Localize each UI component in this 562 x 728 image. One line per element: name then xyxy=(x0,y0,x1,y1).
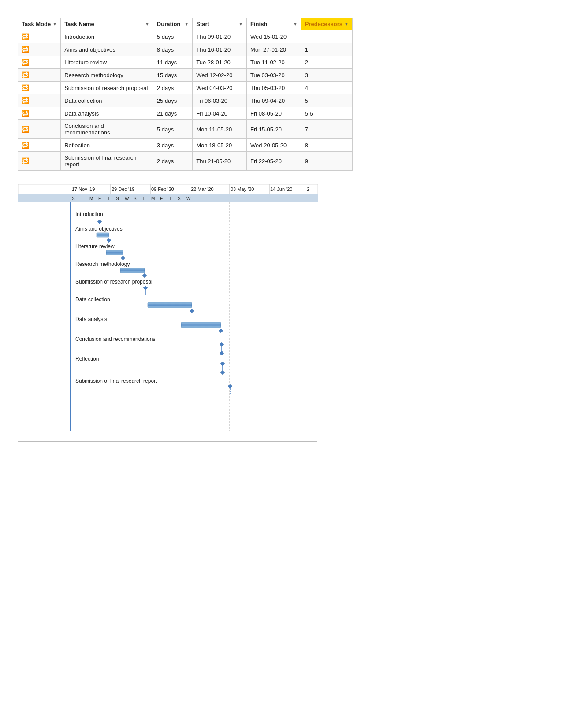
table-row: 🔁Submission of final research report2 da… xyxy=(18,152,353,171)
table-row: 🔁Data analysis21 daysFri 10-04-20Fri 08-… xyxy=(18,107,353,120)
task-start-cell: Mon 18-05-20 xyxy=(193,139,247,152)
svg-text:22 Mar '20: 22 Mar '20 xyxy=(191,187,214,192)
task-start-cell: Fri 06-03-20 xyxy=(193,94,247,107)
task-finish-cell: Tue 11-02-20 xyxy=(247,56,301,69)
task-mode-cell: 🔁 xyxy=(18,43,61,56)
svg-text:Research methodology: Research methodology xyxy=(75,261,130,267)
task-mode-icon: 🔁 xyxy=(22,97,29,104)
task-duration-cell: 5 days xyxy=(153,30,192,43)
task-mode-icon: 🔁 xyxy=(22,126,29,133)
task-finish-cell: Mon 27-01-20 xyxy=(247,43,301,56)
task-duration-cell: 2 days xyxy=(153,82,192,94)
col-header-duration[interactable]: Duration ▼ xyxy=(153,18,192,30)
start-sort-icon[interactable]: ▼ xyxy=(238,22,243,26)
col-header-start[interactable]: Start ▼ xyxy=(193,18,247,30)
task-predecessors-cell xyxy=(301,30,352,43)
svg-rect-35 xyxy=(97,233,109,237)
task-duration-cell: 3 days xyxy=(153,139,192,152)
col-header-finish[interactable]: Finish ▼ xyxy=(247,18,301,30)
task-mode-icon: 🔁 xyxy=(22,142,29,149)
svg-marker-36 xyxy=(107,238,111,243)
table-row: 🔁Introduction5 daysThu 09-01-20Wed 15-01… xyxy=(18,30,353,43)
svg-text:M: M xyxy=(151,196,155,201)
task-finish-cell: Thu 09-04-20 xyxy=(247,94,301,107)
svg-text:Conclusion and recommendations: Conclusion and recommendations xyxy=(75,336,155,342)
svg-text:09 Feb '20: 09 Feb '20 xyxy=(151,187,174,192)
task-predecessors-cell: 8 xyxy=(301,139,352,152)
task-mode-icon: 🔁 xyxy=(22,46,29,53)
svg-text:Literature review: Literature review xyxy=(75,243,115,250)
svg-marker-53 xyxy=(220,342,224,347)
svg-text:Aims and objectives: Aims and objectives xyxy=(75,226,123,232)
svg-text:S: S xyxy=(116,196,119,201)
task-duration-cell: 21 days xyxy=(153,107,192,120)
task-mode-sort-icon[interactable]: ▼ xyxy=(52,22,57,26)
duration-sort-icon[interactable]: ▼ xyxy=(184,22,189,26)
task-finish-cell: Fri 22-05-20 xyxy=(247,152,301,171)
task-name-cell: Introduction xyxy=(61,30,153,43)
col-header-predecessors[interactable]: Predecessors ▼ xyxy=(301,18,352,30)
task-predecessors-cell: 7 xyxy=(301,120,352,139)
col-header-task-name[interactable]: Task Name ▼ xyxy=(61,18,153,30)
svg-text:S: S xyxy=(134,196,137,201)
table-row: 🔁Literature review11 daysTue 28-01-20Tue… xyxy=(18,56,353,69)
svg-marker-42 xyxy=(142,273,147,278)
task-predecessors-cell: 9 xyxy=(301,152,352,171)
svg-rect-38 xyxy=(106,250,123,255)
task-finish-cell: Tue 03-03-20 xyxy=(247,69,301,82)
task-mode-cell: 🔁 xyxy=(18,69,61,82)
task-mode-cell: 🔁 xyxy=(18,120,61,139)
svg-marker-33 xyxy=(97,220,102,224)
svg-text:S: S xyxy=(178,196,181,201)
task-name-sort-icon[interactable]: ▼ xyxy=(145,22,149,26)
svg-text:Data analysis: Data analysis xyxy=(75,316,107,322)
task-finish-cell: Wed 15-01-20 xyxy=(247,30,301,43)
task-name-cell: Submission of final research report xyxy=(61,152,153,171)
svg-text:S: S xyxy=(72,196,75,201)
svg-rect-50 xyxy=(181,322,221,328)
task-duration-cell: 5 days xyxy=(153,120,192,139)
svg-marker-48 xyxy=(190,309,194,313)
task-duration-cell: 11 days xyxy=(153,56,192,69)
task-finish-cell: Thu 05-03-20 xyxy=(247,82,301,94)
task-name-cell: Data collection xyxy=(61,94,153,107)
svg-text:W: W xyxy=(186,196,191,201)
finish-sort-icon[interactable]: ▼ xyxy=(293,22,298,26)
task-duration-cell: 15 days xyxy=(153,69,192,82)
task-name-cell: Literature review xyxy=(61,56,153,69)
svg-rect-14 xyxy=(18,194,318,202)
task-start-cell: Thu 09-01-20 xyxy=(193,30,247,43)
task-predecessors-cell: 2 xyxy=(301,56,352,69)
svg-text:2: 2 xyxy=(307,187,309,192)
task-mode-cell: 🔁 xyxy=(18,152,61,171)
svg-text:F: F xyxy=(98,196,101,201)
svg-marker-61 xyxy=(228,384,232,388)
table-row: 🔁Submission of research proposal2 daysWe… xyxy=(18,82,353,94)
task-start-cell: Thu 16-01-20 xyxy=(193,43,247,56)
task-start-cell: Thu 21-05-20 xyxy=(193,152,247,171)
col-header-task-mode[interactable]: Task Mode ▼ xyxy=(18,18,61,30)
task-name-cell: Research methodology xyxy=(61,69,153,82)
task-mode-icon: 🔁 xyxy=(22,71,29,78)
task-predecessors-cell: 5 xyxy=(301,94,352,107)
task-duration-cell: 8 days xyxy=(153,43,192,56)
svg-rect-47 xyxy=(148,302,192,308)
task-predecessors-cell: 3 xyxy=(301,69,352,82)
svg-marker-39 xyxy=(121,256,125,260)
svg-text:29 Dec '19: 29 Dec '19 xyxy=(112,187,134,192)
task-duration-cell: 2 days xyxy=(153,152,192,171)
svg-text:Submission of research proposa: Submission of research proposal xyxy=(75,279,153,285)
task-name-cell: Data analysis xyxy=(61,107,153,120)
predecessors-sort-icon[interactable]: ▼ xyxy=(344,22,349,26)
task-mode-cell: 🔁 xyxy=(18,82,61,94)
task-start-cell: Wed 12-02-20 xyxy=(193,69,247,82)
task-mode-cell: 🔁 xyxy=(18,94,61,107)
svg-text:14 Jun '20: 14 Jun '20 xyxy=(270,187,292,192)
task-mode-icon: 🔁 xyxy=(22,33,29,40)
task-start-cell: Fri 10-04-20 xyxy=(193,107,247,120)
gantt-chart-svg: 17 Nov '19 29 Dec '19 09 Feb '20 22 Mar … xyxy=(18,184,318,440)
svg-text:Introduction: Introduction xyxy=(75,211,103,217)
table-row: 🔁Aims and objectives8 daysThu 16-01-20Mo… xyxy=(18,43,353,56)
svg-text:T: T xyxy=(81,196,83,201)
gantt-chart-section: 17 Nov '19 29 Dec '19 09 Feb '20 22 Mar … xyxy=(18,184,317,442)
